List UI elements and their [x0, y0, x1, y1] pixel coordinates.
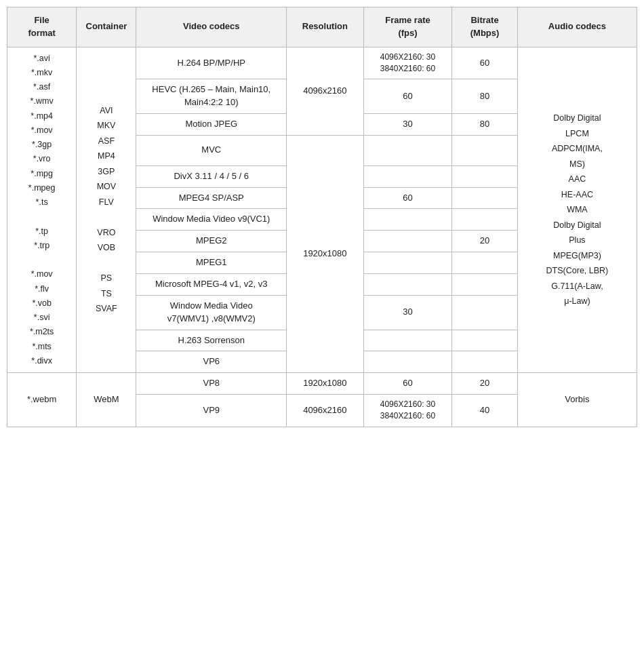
resolution-vp8: 1920x1080 — [287, 373, 364, 395]
containers-cell: AVIMKVASFMP43GPMOVFLVVROVOBPSTSSVAF — [77, 47, 136, 373]
codec-hevc: HEVC (H.265 – Main, Main10,Main4:2:2 10) — [136, 79, 287, 114]
audio-codec-webm: Vorbis — [517, 373, 637, 427]
bitrate-divx — [452, 165, 518, 187]
bitrate-mpeg4 — [452, 187, 518, 209]
bitrate-vp6 — [452, 351, 518, 373]
fps-divx — [363, 165, 452, 187]
bitrate-h264: 60 — [452, 47, 518, 79]
fps-wmv9 — [363, 209, 452, 231]
header-container: Container — [77, 7, 136, 47]
fps-h264: 4096X2160: 303840X2160: 60 — [363, 47, 452, 79]
codec-ms-mpeg4: Microsoft MPEG-4 v1, v2, v3 — [136, 273, 287, 295]
codec-mpeg1: MPEG1 — [136, 252, 287, 274]
container-webm: WebM — [77, 373, 136, 427]
bitrate-mvc — [452, 136, 518, 166]
codec-vp9: VP9 — [136, 395, 287, 427]
fps-vp8: 60 — [363, 373, 452, 395]
codec-mpeg2: MPEG2 — [136, 231, 287, 252]
resolution-vp9: 4096x2160 — [287, 395, 364, 427]
bitrate-mpeg1 — [452, 252, 518, 274]
fps-mpeg2 — [363, 231, 452, 252]
header-file-format: Fileformat — [7, 7, 77, 47]
codec-motion-jpeg: Motion JPEG — [136, 114, 287, 136]
header-bitrate: Bitrate(Mbps) — [452, 7, 518, 47]
header-fps: Frame rate(fps) — [363, 7, 452, 47]
bitrate-vp9: 40 — [452, 395, 518, 427]
fps-mpeg1 — [363, 252, 452, 274]
codec-vp8: VP8 — [136, 373, 287, 395]
codec-vp6: VP6 — [136, 351, 287, 373]
bitrate-wmv9 — [452, 209, 518, 231]
fps-vp9: 4096X2160: 303840X2160: 60 — [363, 395, 452, 427]
file-format-webm: *.webm — [7, 373, 77, 427]
fps-h263 — [363, 330, 452, 351]
codec-wmv9: Window Media Video v9(VC1) — [136, 209, 287, 231]
audio-codecs-cell-1: Dolby DigitalLPCMADPCM(IMA,MS)AACHE-AACW… — [517, 47, 637, 373]
header-resolution: Resolution — [287, 7, 364, 47]
bitrate-vp8: 20 — [452, 373, 518, 395]
resolution-1920-group: 1920x1080 — [287, 136, 364, 373]
resolution-4096-group1: 4096x2160 — [287, 47, 364, 135]
codec-mvc: MVC — [136, 136, 287, 166]
codec-wmv7v8: Window Media Videov7(WMV1) ,v8(WMV2) — [136, 295, 287, 330]
bitrate-h263 — [452, 330, 518, 351]
fps-mjpeg: 30 — [363, 114, 452, 136]
bitrate-mjpeg: 80 — [452, 114, 518, 136]
codec-divx: DivX 3.11 / 4 / 5 / 6 — [136, 165, 287, 187]
bitrate-wmv7v8 — [452, 295, 518, 330]
bitrate-mpeg2: 20 — [452, 231, 518, 252]
bitrate-hevc: 80 — [452, 79, 518, 114]
codec-h264: H.264 BP/MP/HP — [136, 47, 287, 79]
fps-ms-mpeg4 — [363, 273, 452, 295]
fps-hevc: 60 — [363, 79, 452, 114]
bitrate-ms-mpeg4 — [452, 273, 518, 295]
fps-wmv7v8: 30 — [363, 295, 452, 330]
header-video-codecs: Video codecs — [136, 7, 287, 47]
header-audio-codecs: Audio codecs — [517, 7, 637, 47]
codec-mpeg4: MPEG4 SP/ASP — [136, 187, 287, 209]
file-formats-cell: *.avi*.mkv*.asf*.wmv*.mp4*.mov*.3gp*.vro… — [7, 47, 77, 373]
fps-mpeg4: 60 — [363, 187, 452, 209]
fps-mvc — [363, 136, 452, 166]
fps-vp6 — [363, 351, 452, 373]
codec-h263: H.263 Sorrenson — [136, 330, 287, 351]
